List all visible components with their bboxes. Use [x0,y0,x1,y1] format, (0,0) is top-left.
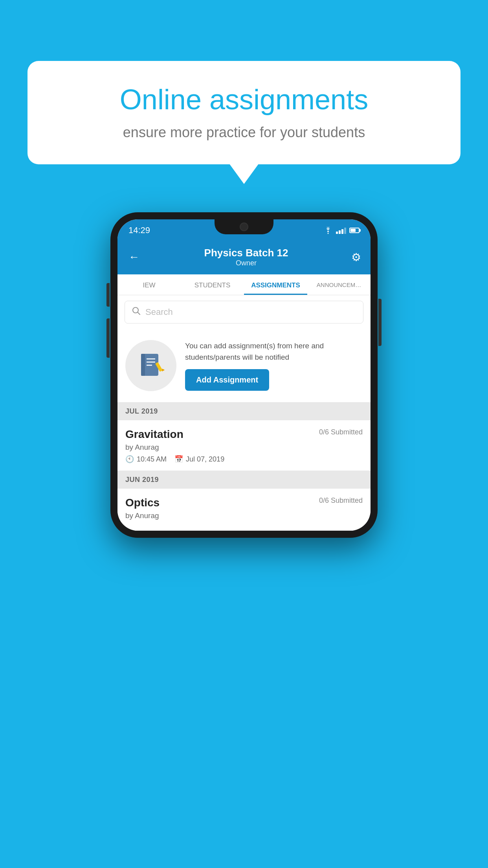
phone-container: 14:29 [110,212,378,538]
promo-icon-circle [125,340,176,391]
status-icons [323,227,360,234]
battery-icon [349,228,360,233]
volume-button-1 [106,283,110,307]
phone-screen: 14:29 [117,219,371,531]
section-jun-label: JUN 2019 [125,476,159,484]
svg-point-0 [328,233,329,234]
assignment-name-optics: Optics [125,497,160,509]
svg-rect-4 [141,354,145,376]
date-value-gravitation: Jul 07, 2019 [186,455,224,463]
app-header: ← Physics Batch 12 Owner ⚙ [117,240,371,274]
promo-text: You can add assignment(s) from here and … [185,340,363,363]
batch-subtitle: Owner [141,259,351,267]
add-assignment-button[interactable]: Add Assignment [185,369,269,391]
section-jul-2019: JUL 2019 [117,403,371,420]
search-icon [132,307,141,318]
volume-button-2 [106,318,110,358]
header-center: Physics Batch 12 Owner [141,247,351,267]
phone-notch [215,219,273,234]
phone-camera [240,223,248,231]
calendar-icon: 📅 [174,455,183,463]
phone-outer: 14:29 [110,212,378,538]
wifi-icon [323,227,333,234]
settings-button[interactable]: ⚙ [351,251,361,264]
assignment-row1: Gravitation 0/6 Submitted [125,428,363,441]
search-container: Search [117,295,371,329]
clock-icon: 🕙 [125,455,134,463]
assignment-meta-gravitation: 🕙 10:45 AM 📅 Jul 07, 2019 [125,455,363,463]
assignment-optics[interactable]: Optics 0/6 Submitted by Anurag [117,489,371,531]
bubble-title: Online assignments [51,83,437,116]
assignment-gravitation[interactable]: Gravitation 0/6 Submitted by Anurag 🕙 10… [117,420,371,471]
speech-bubble: Online assignments ensure more practice … [28,61,460,164]
search-bar[interactable]: Search [125,301,363,324]
meta-time-gravitation: 🕙 10:45 AM [125,455,167,463]
tab-bar: IEW STUDENTS ASSIGNMENTS ANNOUNCEM… [117,274,371,295]
signal-icon [336,227,346,234]
assignment-row1-optics: Optics 0/6 Submitted [125,497,363,509]
batch-title: Physics Batch 12 [141,247,351,259]
assignment-name-gravitation: Gravitation [125,428,183,441]
back-button[interactable]: ← [127,249,141,265]
search-placeholder: Search [145,307,173,317]
section-jul-label: JUL 2019 [125,407,158,415]
submitted-optics: 0/6 Submitted [319,497,363,505]
status-time: 14:29 [128,225,150,235]
tab-announcements[interactable]: ANNOUNCEM… [307,274,371,295]
submitted-gravitation: 0/6 Submitted [319,428,363,436]
time-value-gravitation: 10:45 AM [137,455,167,463]
power-button [378,299,382,346]
bubble-subtitle: ensure more practice for your students [51,124,437,141]
svg-line-2 [138,313,140,315]
assignment-by-gravitation: by Anurag [125,443,363,452]
tab-iew[interactable]: IEW [117,274,181,295]
speech-bubble-container: Online assignments ensure more practice … [28,61,460,164]
assignment-promo: You can add assignment(s) from here and … [117,329,371,403]
assignment-by-optics: by Anurag [125,511,363,520]
promo-content: You can add assignment(s) from here and … [185,340,363,391]
section-jun-2019: JUN 2019 [117,471,371,489]
meta-date-gravitation: 📅 Jul 07, 2019 [174,455,224,463]
notebook-icon [137,352,165,379]
tab-students[interactable]: STUDENTS [181,274,244,295]
tab-assignments[interactable]: ASSIGNMENTS [244,274,307,295]
